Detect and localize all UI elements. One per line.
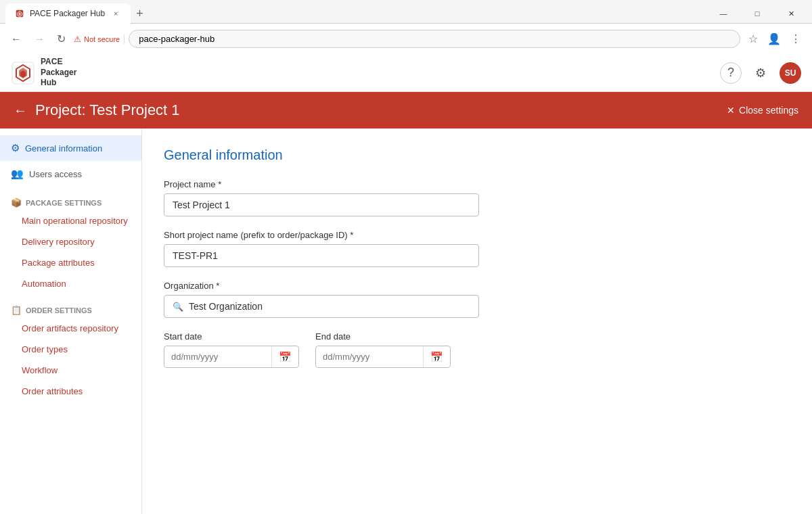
start-date-label: Start date [164,331,299,342]
sidebar-label-main-operational-repository: Main operational repository [22,216,128,226]
browser-toolbar: ← → ↻ ⚠ Not secure ☆ 👤 ⋮ [0,23,812,54]
main-layout: ⚙ General information 👥 Users access 📦 P… [0,128,812,514]
close-settings-label: Close settings [739,105,798,116]
bookmark-button[interactable]: ☆ [744,30,762,48]
sidebar-label-order-artifacts-repository: Order artifacts repository [22,323,118,333]
project-name-label: Project name * [164,179,790,189]
gear-circle-icon: ⚙ [11,142,20,154]
short-name-label: Short project name (prefix to order/pack… [164,230,790,240]
sidebar-section-label-package: Package Settings [26,199,102,207]
sidebar-item-workflow[interactable]: Workflow [0,360,141,381]
app-header: PACE Packager Hub ? ⚙ SU [0,54,812,92]
sidebar-section-package-settings: 📦 Package Settings [0,191,141,210]
sidebar-label-delivery-repository: Delivery repository [22,237,95,247]
app-name-label: PACE Packager Hub [41,57,76,89]
start-date-calendar-button[interactable]: 📅 [271,347,298,367]
sidebar-item-main-operational-repository[interactable]: Main operational repository [0,210,141,231]
content-area: General information Project name * Short… [142,128,812,514]
sidebar-item-package-attributes[interactable]: Package attributes [0,252,141,273]
page-header: ← Project: Test Project 1 ✕ Close settin… [0,92,812,128]
address-bar[interactable] [129,30,740,48]
sidebar-item-order-artifacts-repository[interactable]: Order artifacts repository [0,318,141,339]
avatar-button[interactable]: SU [780,62,801,84]
sidebar-label-automation: Automation [22,279,66,289]
content-title: General information [164,147,790,163]
browser-chrome: PACE Packager Hub × + — □ ✕ ← → ↻ ⚠ Not … [0,0,812,54]
date-row: Start date 📅 End date 📅 [164,331,790,368]
sidebar-item-delivery-repository[interactable]: Delivery repository [0,231,141,252]
start-date-input[interactable] [164,346,271,367]
sidebar-label-workflow: Workflow [22,365,58,375]
sidebar-item-general-information[interactable]: ⚙ General information [0,135,141,161]
minimize-button[interactable]: — [708,4,739,23]
end-date-calendar-button[interactable]: 📅 [423,347,450,367]
organization-label: Organization * [164,281,790,291]
close-settings-icon: ✕ [727,105,735,116]
start-date-input-wrapper: 📅 [164,346,299,368]
end-date-input[interactable] [316,346,423,367]
settings-button[interactable]: ⚙ [750,62,771,84]
order-icon: 📋 [11,305,22,315]
project-name-input[interactable] [164,193,479,216]
security-warning: ⚠ Not secure [74,34,125,44]
page-title: Project: Test Project 1 [35,101,180,119]
organization-input-wrapper: 🔍 [164,295,479,318]
page-header-left: ← Project: Test Project 1 [14,101,180,119]
tab-close-btn[interactable]: × [110,8,121,19]
sidebar-item-order-types[interactable]: Order types [0,339,141,360]
tab-title: PACE Packager Hub [30,9,105,18]
project-name-group: Project name * [164,179,790,216]
header-actions: ? ⚙ SU [720,62,801,84]
sidebar-section-order-settings: 📋 Order Settings [0,298,141,318]
package-icon: 📦 [11,197,22,208]
new-tab-button[interactable]: + [131,4,149,24]
organization-group: Organization * 🔍 [164,281,790,318]
menu-button[interactable]: ⋮ [786,30,805,48]
short-name-input[interactable] [164,244,479,267]
browser-tabs: PACE Packager Hub × + [5,3,149,24]
forward-nav-button[interactable]: → [30,30,49,48]
browser-titlebar: PACE Packager Hub × + — □ ✕ [0,0,812,23]
sidebar-label-order-attributes: Order attributes [22,386,83,396]
users-icon: 👥 [11,168,24,180]
reload-nav-button[interactable]: ↻ [53,30,70,48]
sidebar-section-label-order: Order Settings [26,306,92,314]
org-search-icon: 🔍 [173,302,183,312]
back-nav-button[interactable]: ← [7,30,26,48]
short-name-group: Short project name (prefix to order/pack… [164,230,790,267]
profile-button[interactable]: 👤 [763,30,785,48]
back-button[interactable]: ← [14,103,27,118]
toolbar-actions: ☆ 👤 ⋮ [744,30,805,48]
sidebar-label-users-access: Users access [29,169,82,179]
sidebar-item-users-access[interactable]: 👥 Users access [0,161,141,187]
window-controls: — □ ✕ [708,4,807,23]
sidebar-label-package-attributes: Package attributes [22,258,95,268]
end-date-input-wrapper: 📅 [315,346,451,368]
sidebar-label-general-information: General information [25,143,102,154]
close-button[interactable]: ✕ [775,4,807,23]
app-logo: PACE Packager Hub [11,57,76,89]
help-button[interactable]: ? [720,62,742,84]
maximize-button[interactable]: □ [742,4,773,23]
security-label: Not secure [84,35,120,43]
start-date-group: Start date 📅 [164,331,299,368]
organization-input[interactable] [189,301,470,312]
warning-icon: ⚠ [74,34,81,44]
sidebar-item-automation[interactable]: Automation [0,273,141,294]
end-date-label: End date [315,331,451,342]
close-settings-button[interactable]: ✕ Close settings [727,105,798,116]
end-date-group: End date 📅 [315,331,451,368]
browser-tab-active[interactable]: PACE Packager Hub × [5,3,131,24]
app-logo-icon [11,61,35,85]
sidebar-label-order-types: Order types [22,344,68,354]
sidebar-item-order-attributes[interactable]: Order attributes [0,381,141,402]
tab-favicon [15,9,24,18]
sidebar: ⚙ General information 👥 Users access 📦 P… [0,128,142,514]
